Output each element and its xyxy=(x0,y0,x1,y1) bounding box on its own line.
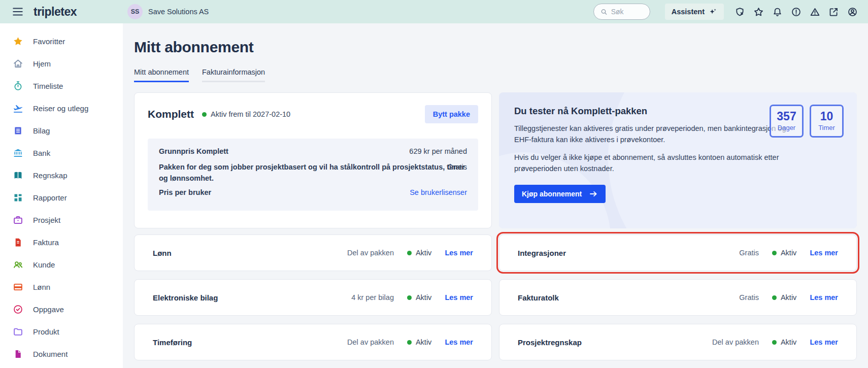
folder-icon xyxy=(13,326,23,337)
plane-icon xyxy=(13,103,23,114)
feature-price: Del av pakken xyxy=(347,338,394,346)
read-more-link[interactable]: Les mer xyxy=(810,249,838,257)
info-alerts-button[interactable] xyxy=(791,7,802,17)
sidebar-item-label: Rapporter xyxy=(33,193,67,202)
sidebar-item-dokument[interactable]: Dokument xyxy=(0,343,123,365)
invoice-icon xyxy=(13,237,23,248)
feature-status: Aktiv xyxy=(407,293,431,302)
active-status-dot xyxy=(407,295,412,300)
open-new-window-button[interactable] xyxy=(828,7,839,17)
sidebar-item-kunde[interactable]: Kunde xyxy=(0,253,123,276)
days-left-value: 357 xyxy=(771,110,802,123)
feature-card-fakturatolk: FakturatolkGratisAktivLes mer xyxy=(499,279,857,316)
tab-bar: Mitt abonnement Fakturainformasjon xyxy=(134,68,857,82)
days-left-unit: Dager xyxy=(771,124,802,131)
sidebar-item-produkt[interactable]: Produkt xyxy=(0,320,123,343)
assistant-label: Assistent xyxy=(672,8,705,16)
plan-name: Komplett xyxy=(148,108,194,120)
feature-status: Aktiv xyxy=(772,293,796,302)
sidebar-item-oppgave[interactable]: Oppgave xyxy=(0,298,123,320)
read-more-link[interactable]: Les mer xyxy=(445,338,473,346)
stopwatch-icon xyxy=(13,81,23,91)
feature-price: Gratis xyxy=(739,293,759,302)
active-status-dot xyxy=(772,295,777,300)
book-icon xyxy=(13,170,23,181)
tab-mitt-abonnement[interactable]: Mitt abonnement xyxy=(134,68,189,82)
sidebar-item-l-nn[interactable]: Lønn xyxy=(0,276,123,298)
sidebar-item-label: Kunde xyxy=(33,260,55,269)
search-box[interactable] xyxy=(593,4,650,20)
wallet-icon xyxy=(13,282,23,292)
check-circle-icon xyxy=(13,304,23,315)
sidebar-item-label: Dokument xyxy=(33,350,68,358)
feature-status: Aktiv xyxy=(407,249,431,257)
arrow-right-icon xyxy=(589,189,598,198)
trial-paragraph-2: Hvis du velger å ikke kjøpe et abonnemen… xyxy=(514,152,819,175)
days-left-box: 357 Dager xyxy=(770,105,804,138)
sidebar-item-label: Oppgave xyxy=(33,305,64,314)
sidebar-item-favoritter[interactable]: Favoritter xyxy=(0,30,123,52)
tab-fakturainformasjon[interactable]: Fakturainformasjon xyxy=(202,68,265,82)
feature-card-elektroniske-bilag: Elektroniske bilag4 kr per bilagAktivLes… xyxy=(134,279,492,316)
buy-subscription-label: Kjøp abonnement xyxy=(522,190,582,198)
feature-card-l-nn: LønnDel av pakkenAktivLes mer xyxy=(134,235,492,271)
feature-name: Lønn xyxy=(153,249,172,257)
assistant-button[interactable]: Assistent xyxy=(665,4,724,20)
sidebar-item-regnskap[interactable]: Regnskap xyxy=(0,164,123,186)
tripletex-logo: tripletex xyxy=(34,5,77,19)
sidebar-item-label: Bank xyxy=(33,149,50,157)
plan-row-label: Grunnpris Komplett xyxy=(159,146,228,157)
buy-subscription-button[interactable]: Kjøp abonnement xyxy=(514,185,606,203)
sidebar-item-hjem[interactable]: Hjem xyxy=(0,52,123,75)
feature-status-text: Aktiv xyxy=(781,293,796,302)
active-status-dot xyxy=(772,340,777,345)
sidebar-item-timeliste[interactable]: Timeliste xyxy=(0,75,123,97)
feature-list: LønnDel av pakkenAktivLes merIntegrasjon… xyxy=(134,235,857,360)
sidebar-item-label: Faktura xyxy=(33,238,59,247)
search-input[interactable] xyxy=(611,8,644,16)
sidebar-item-prosjekt[interactable]: Prosjekt xyxy=(0,209,123,231)
favorites-button[interactable] xyxy=(753,7,764,17)
warnings-button[interactable] xyxy=(810,7,820,17)
plan-status-text: Aktiv frem til 2027-02-10 xyxy=(211,110,290,118)
sidebar-item-label: Favoritter xyxy=(33,37,65,46)
read-more-link[interactable]: Les mer xyxy=(810,338,838,346)
sidebar-item-bank[interactable]: Bank xyxy=(0,142,123,164)
trial-countdown: 357 Dager 10 Timer xyxy=(770,105,844,138)
sidebar-item-label: Lønn xyxy=(33,283,50,291)
feature-status: Aktiv xyxy=(772,338,796,346)
feature-status-text: Aktiv xyxy=(416,293,431,302)
notifications-button[interactable] xyxy=(772,7,783,17)
change-package-button[interactable]: Bytt pakke xyxy=(425,105,478,123)
feature-status-text: Aktiv xyxy=(416,249,431,257)
document-icon xyxy=(13,349,23,359)
receipt-icon xyxy=(13,125,23,136)
sidebar-item-rapporter[interactable]: Rapporter xyxy=(0,186,123,209)
feature-status-text: Aktiv xyxy=(781,249,796,257)
sidebar-item-label: Produkt xyxy=(33,327,59,336)
company-selector[interactable]: SS Save Solutions AS xyxy=(127,4,209,19)
feature-price: Del av pakken xyxy=(712,338,759,346)
security-shield-button[interactable] xyxy=(735,7,745,17)
account-button[interactable] xyxy=(847,7,858,17)
feature-name: Elektroniske bilag xyxy=(153,293,218,302)
active-status-dot xyxy=(772,251,777,255)
read-more-link[interactable]: Les mer xyxy=(445,293,473,302)
sidebar-item-bilag[interactable]: Bilag xyxy=(0,119,123,142)
app-window: tripletex SS Save Solutions AS Assistent… xyxy=(0,0,868,368)
see-user-licenses-link[interactable]: Se brukerlisenser xyxy=(410,187,467,198)
sidebar-item-faktura[interactable]: Faktura xyxy=(0,231,123,253)
sidebar-item-label: Hjem xyxy=(33,59,51,68)
hours-left-box: 10 Timer xyxy=(810,105,844,138)
read-more-link[interactable]: Les mer xyxy=(810,293,838,302)
feature-price: 4 kr per bilag xyxy=(351,293,394,302)
plan-row-description: Pakken for deg som jobber prosjektbasert… xyxy=(159,162,467,184)
feature-status: Aktiv xyxy=(772,249,796,257)
menu-hamburger-icon[interactable] xyxy=(11,5,24,18)
active-status-dot xyxy=(407,340,412,345)
trial-paragraph-1: Tilleggstjenester kan aktiveres gratis u… xyxy=(514,123,788,146)
sidebar: FavoritterHjemTimelisteReiser og utleggB… xyxy=(0,23,123,368)
sidebar-item-label: Prosjekt xyxy=(33,216,60,224)
read-more-link[interactable]: Les mer xyxy=(445,249,473,257)
sidebar-item-reiser-og-utlegg[interactable]: Reiser og utlegg xyxy=(0,97,123,119)
